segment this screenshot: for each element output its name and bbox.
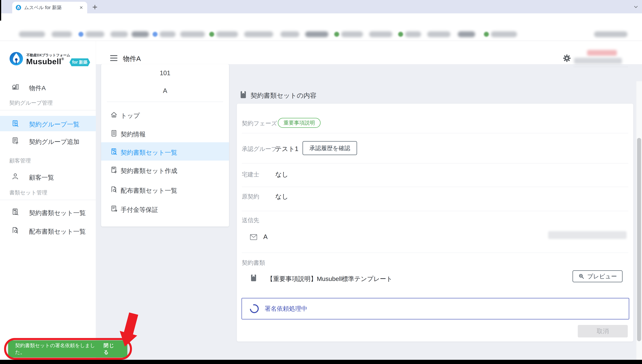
sidebar-section-doc-set: 書類セット管理: [9, 189, 47, 196]
bookmark-item[interactable]: [110, 31, 128, 37]
bookmark-item[interactable]: [132, 31, 149, 37]
window-edge: [0, 0, 1, 13]
bookmark-item[interactable]: [427, 31, 450, 37]
phase-status-badge: 重要事項説明: [278, 118, 320, 128]
panel-menu-top[interactable]: [101, 109, 229, 124]
bookmark-section-icon: [240, 90, 247, 99]
sidebar-item-contract-doc-set-list-label: 契約書類セット一覧: [29, 209, 86, 217]
account-name-redacted[interactable]: [574, 58, 622, 64]
bookmark-item[interactable]: [86, 31, 104, 37]
panel-menu-contract-doc-set-create-label: 契約書類セット作成: [121, 167, 177, 175]
browser-tab-strip: ムスベル for 新築: [0, 0, 642, 13]
signature-request-status-box: 署名依頼処理中: [241, 298, 629, 320]
divider: [242, 187, 628, 187]
tab-title: ムスベル for 新築: [24, 4, 76, 11]
bookmark-favicon: [209, 32, 214, 37]
bookmark-doc-search-icon: [110, 148, 118, 155]
bookmark-other-folder[interactable]: [594, 31, 627, 37]
bookmark-favicon: [79, 32, 83, 37]
new-tab-icon[interactable]: [92, 4, 98, 10]
bookmark-item[interactable]: [160, 31, 176, 37]
documents-label: 契約書類: [242, 259, 265, 267]
scrollbar-thumb[interactable]: [637, 138, 641, 341]
bookmark-item[interactable]: [244, 31, 273, 37]
bookmark-item[interactable]: [369, 31, 392, 37]
home-icon: [110, 111, 118, 118]
bookmark-item[interactable]: [305, 31, 329, 37]
building-name: A: [101, 87, 229, 94]
browser-toolbar: [0, 13, 642, 28]
registered-mark: ®: [61, 57, 64, 61]
divider: [242, 163, 628, 164]
divider: [0, 200, 96, 200]
bookmark-item[interactable]: [52, 31, 72, 37]
tab-search-chevron-icon[interactable]: [633, 4, 639, 10]
recipient-label: 送信先: [242, 216, 259, 224]
hamburger-menu-icon[interactable]: [110, 55, 118, 61]
agent-label: 宅建士: [242, 170, 259, 178]
screen: ムスベル for 新築: [0, 0, 642, 364]
divider: [242, 211, 628, 211]
bookmark-item[interactable]: [180, 31, 205, 37]
bookmark-item[interactable]: [341, 31, 363, 37]
annotation-red-circle: [4, 338, 132, 360]
panel-menu-dist-doc-set-list-label: 配布書類セット一覧: [121, 186, 177, 195]
logo-brand: Musubell®: [26, 57, 64, 66]
bookmark-doc-add-icon: [110, 166, 118, 174]
panel-menu-deposit-guarantee-label: 手付金等保証: [121, 206, 158, 214]
divider: [242, 253, 628, 253]
settings-gear-icon[interactable]: [563, 54, 571, 62]
app-header: [96, 41, 642, 64]
sidebar-item-property-label: 物件A: [29, 84, 46, 92]
sidebar-item-contract-group-list-label: 契約グループ一覧: [29, 120, 80, 129]
doc-search-icon: [11, 226, 19, 234]
window-bottom-edge: [0, 360, 642, 364]
browser-tab[interactable]: ムスベル for 新築: [12, 2, 87, 13]
approval-history-button[interactable]: 承認履歴を確認: [302, 141, 357, 155]
sidebar-item-dist-doc-set-list-label: 配布書類セット一覧: [29, 227, 86, 236]
cancel-button[interactable]: 取消: [578, 325, 628, 338]
sidebar-section-contract-group: 契約グループ管理: [9, 99, 53, 106]
account-underline: [573, 67, 628, 67]
bookmarks-bar: [0, 28, 642, 41]
divider: [0, 110, 96, 110]
bookmark-favicon: [334, 32, 339, 37]
sidebar-item-contract-group-add-label: 契約グループ追加: [29, 138, 80, 146]
bookmark-item[interactable]: [458, 31, 475, 37]
window-edge: [0, 13, 1, 20]
sidebar-item-customer-list-label: 顧客一覧: [29, 173, 54, 182]
bookmark-item[interactable]: [280, 31, 299, 37]
bookmark-item[interactable]: [405, 31, 421, 37]
panel-menu-deposit-guarantee[interactable]: [101, 201, 229, 216]
zoom-in-icon: [578, 273, 585, 280]
tab-close-icon[interactable]: [79, 5, 84, 10]
bookmark-favicon: [484, 32, 489, 37]
bookmark-item[interactable]: [216, 31, 238, 37]
account-alert-redacted: [587, 50, 617, 56]
unit-number: 101: [101, 70, 229, 77]
bookmark-favicon: [153, 32, 158, 37]
original-contract-label: 原契約: [242, 192, 259, 200]
doc-search-icon: [11, 120, 19, 128]
logo-badge-for-shinchiku: for 新築: [70, 58, 90, 66]
doc-add-icon: [11, 137, 19, 144]
phase-label: 契約フェーズ: [242, 119, 277, 127]
bookmark-doc-icon: [250, 274, 257, 282]
property-building-icon: [11, 83, 19, 91]
panel-menu-contract-info-label: 契約情報: [121, 130, 146, 138]
doc-arrow-icon: [110, 205, 118, 212]
divider: [242, 133, 628, 133]
template-name: 【重要事項説明】Musubell標準テンプレート: [267, 275, 393, 283]
bookmark-item[interactable]: [491, 31, 517, 37]
annotation-red-arrow-icon: [113, 311, 145, 348]
divider: [107, 102, 223, 102]
page-title: 物件A: [123, 54, 141, 63]
bookmark-item[interactable]: [19, 31, 45, 37]
panel-menu-top-label: トップ: [121, 112, 140, 120]
panel-menu-contract-info[interactable]: [101, 128, 229, 143]
musubell-logo-pen-icon: [9, 52, 23, 66]
recipient-value: A: [263, 233, 267, 240]
person-icon: [11, 172, 19, 180]
bookmark-favicon: [398, 32, 403, 37]
preview-button[interactable]: プレビュー: [572, 270, 622, 282]
